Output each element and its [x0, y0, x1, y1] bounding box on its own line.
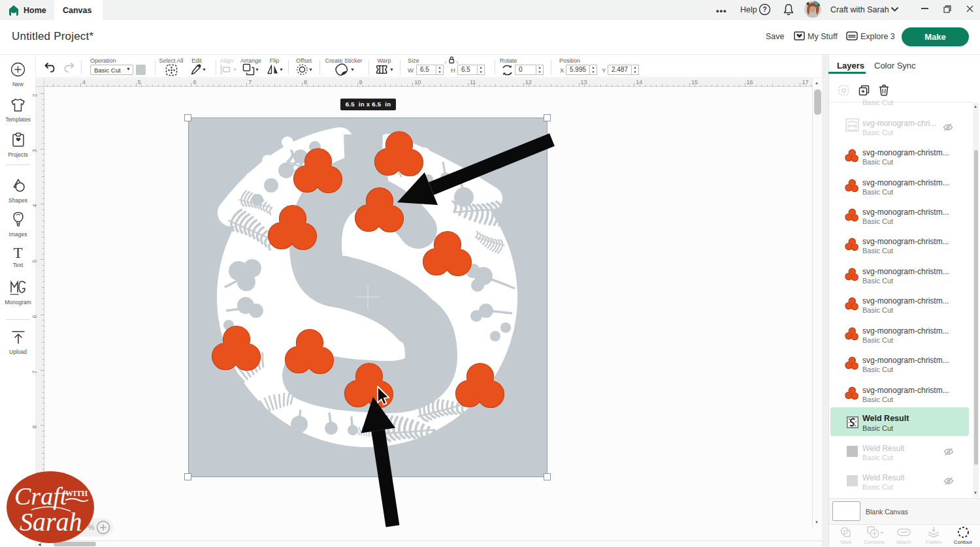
svg-text:Craft: Craft [14, 482, 68, 510]
svg-text:Sarah: Sarah [20, 507, 82, 537]
svg-text:WITH: WITH [65, 489, 88, 498]
